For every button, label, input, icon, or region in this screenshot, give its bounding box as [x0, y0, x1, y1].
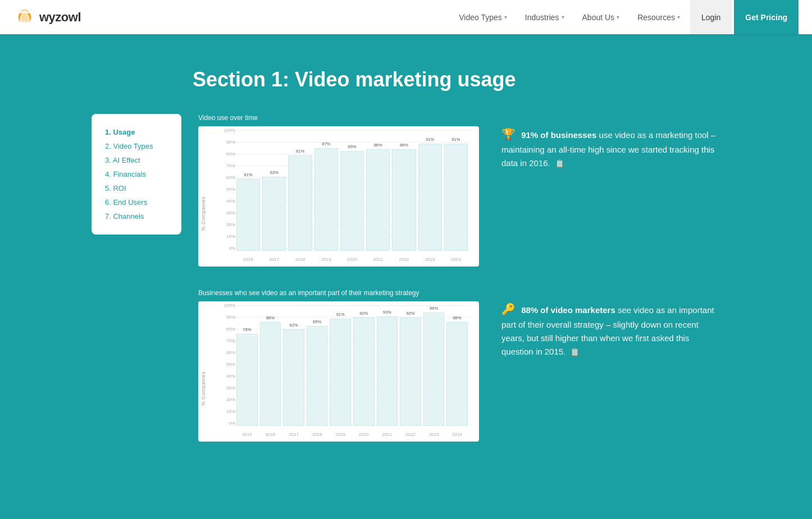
bar-value-label: 88% [453, 315, 462, 320]
bar-group: 88% [260, 308, 281, 426]
sidebar-item[interactable]: 7. Channels [105, 209, 168, 223]
bar-x-label: 2023 [423, 432, 445, 437]
bar[interactable]: 91% [418, 144, 442, 251]
sidebar-item[interactable]: 6. End Users [105, 195, 168, 209]
bar-x-label: 2019 [330, 432, 351, 437]
chart1-box: % Companies 100%90%80%70%60%50%40%30%20%… [198, 126, 479, 267]
nav-resources[interactable]: Resources ▾ [629, 0, 688, 34]
bar-group: 61% [236, 133, 260, 251]
bar[interactable]: 88% [260, 322, 281, 426]
bar-group: 81% [288, 133, 312, 251]
nav-industries[interactable]: Industries ▾ [517, 0, 572, 34]
bar-value-label: 61% [244, 172, 253, 177]
sidebar-item[interactable]: 2. Video Types [105, 139, 168, 153]
xlabels1: 201620172018201920202021202220232024 [236, 257, 468, 262]
bar-group: 91% [330, 308, 351, 426]
login-button[interactable]: Login [690, 0, 732, 34]
sidebar-item[interactable]: 5. ROI [105, 181, 168, 195]
bar-x-label: 2022 [392, 257, 416, 262]
chart1-container: Video use over time % Companies 100%90%8… [198, 114, 479, 267]
logo-icon [13, 8, 36, 26]
bar-group: 96% [423, 308, 445, 426]
bar-value-label: 78% [243, 327, 251, 332]
bar-group: 85% [340, 133, 364, 251]
sidebar: 1. Usage2. Video Types3. AI Effect4. Fin… [92, 114, 181, 235]
bar-x-label: 2024 [444, 257, 468, 262]
bar-value-label: 85% [313, 319, 321, 324]
bar-group: 78% [236, 308, 258, 426]
stat2-text: 🔑 88% of video marketers see video as an… [501, 300, 720, 359]
nav-about-us[interactable]: About Us ▾ [574, 0, 628, 34]
bar[interactable]: 91% [330, 319, 351, 426]
bar-value-label: 91% [451, 137, 460, 142]
chart1-y-label: % Companies [200, 196, 206, 231]
bar-group: 82% [283, 308, 304, 426]
logo-text: wyzowl [39, 10, 81, 25]
bar-value-label: 85% [348, 144, 356, 149]
bar[interactable]: 91% [444, 144, 468, 251]
bars1: 61%63%81%87%85%86%86%91%91% [236, 133, 468, 251]
sidebar-item[interactable]: 3. AI Effect [105, 153, 168, 167]
bar-value-label: 92% [359, 311, 368, 316]
bar[interactable]: 87% [314, 148, 338, 251]
bar[interactable]: 88% [446, 322, 468, 426]
bar[interactable]: 78% [236, 334, 258, 426]
bar[interactable]: 92% [400, 318, 421, 426]
chart-row-1: Video use over time % Companies 100%90%8… [198, 114, 720, 267]
logo-area: wyzowl [13, 8, 81, 26]
chart2-title: Businesses who see video as an important… [198, 289, 479, 297]
bar-group: 86% [392, 133, 416, 251]
nav-video-types[interactable]: Video Types ▾ [451, 0, 515, 34]
bar[interactable]: 86% [366, 149, 390, 251]
bar[interactable]: 82% [283, 329, 304, 426]
bar[interactable]: 81% [288, 155, 312, 251]
chart1-area: 100%90%80%70%60%50%40%30%20%10%0%61%63%8… [221, 133, 470, 262]
copy-icon-1[interactable]: 📋 [555, 159, 564, 168]
get-pricing-button[interactable]: Get Pricing [734, 0, 799, 34]
bar-x-label: 2016 [236, 257, 260, 262]
bar-group: 91% [444, 133, 468, 251]
bars2: 78%88%82%85%91%92%93%92%96%88% [236, 308, 468, 426]
bar-x-label: 2019 [314, 257, 338, 262]
bar[interactable]: 93% [377, 316, 398, 426]
bar-group: 63% [262, 133, 286, 251]
bar-group: 93% [377, 308, 398, 426]
key-icon: 🔑 [501, 303, 516, 315]
bar[interactable]: 86% [392, 149, 416, 251]
bar-value-label: 63% [270, 170, 279, 175]
bar-x-label: 2017 [283, 432, 304, 437]
bar[interactable]: 63% [262, 177, 286, 251]
bar-value-label: 82% [289, 323, 298, 328]
copy-icon-2[interactable]: 📋 [570, 347, 580, 356]
bar-group: 92% [400, 308, 421, 426]
stat2-box: 🔑 88% of video marketers see video as an… [501, 289, 720, 359]
nav-links: Video Types ▾ Industries ▾ About Us ▾ Re… [451, 0, 799, 34]
bar-value-label: 88% [266, 315, 275, 320]
bar-x-label: 2021 [366, 257, 390, 262]
bar-x-label: 2015 [236, 432, 258, 437]
bar-value-label: 91% [336, 312, 345, 317]
chevron-down-icon: ▾ [562, 14, 564, 20]
bar[interactable]: 61% [236, 179, 260, 251]
svg-point-0 [21, 13, 29, 22]
bar-group: 86% [366, 133, 390, 251]
section-title: Section 1: Video marketing usage [193, 68, 720, 91]
bar-value-label: 81% [296, 149, 304, 154]
chart-row-2: Businesses who see video as an important… [198, 289, 720, 442]
bar-x-label: 2022 [400, 432, 421, 437]
stat1-text: 🏆 91% of businesses use video as a marke… [501, 125, 720, 170]
sidebar-item[interactable]: 4. Financials [105, 167, 168, 181]
bar[interactable]: 92% [353, 318, 375, 426]
sidebar-item[interactable]: 1. Usage [105, 125, 168, 139]
bar-group: 91% [418, 133, 442, 251]
bar[interactable]: 96% [423, 313, 445, 426]
bar-group: 88% [446, 308, 468, 426]
bar-value-label: 93% [383, 310, 391, 315]
bar[interactable]: 85% [307, 326, 328, 426]
bar-x-label: 2024 [446, 432, 468, 437]
bar-x-label: 2018 [288, 257, 312, 262]
bar-x-label: 2016 [260, 432, 281, 437]
bar[interactable]: 85% [340, 151, 364, 251]
bar-group: 87% [314, 133, 338, 251]
bar-value-label: 86% [400, 143, 408, 148]
